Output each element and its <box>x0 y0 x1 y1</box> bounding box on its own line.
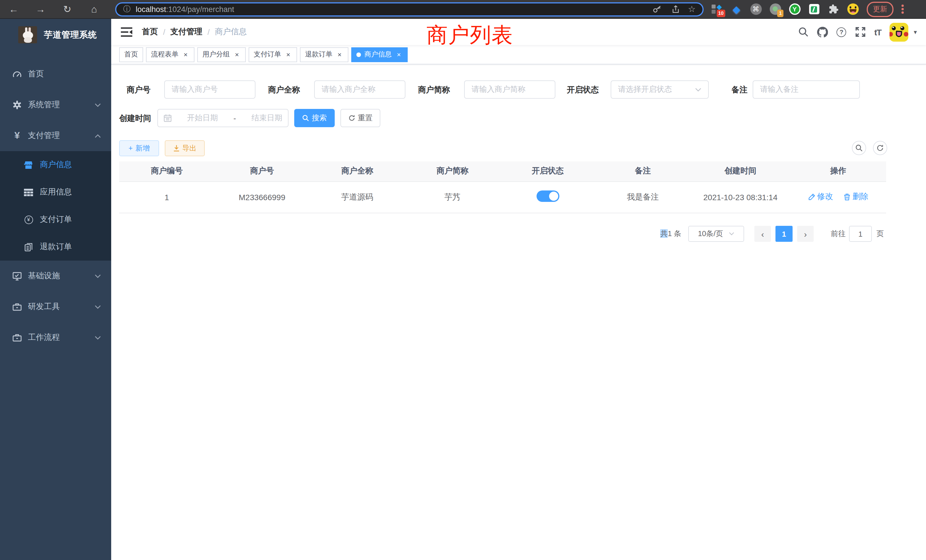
sidebar-item-label: 支付订单 <box>40 215 72 225</box>
breadcrumb: 首页 / 支付管理 / 商户信息 <box>142 27 247 37</box>
delete-link[interactable]: 删除 <box>843 192 869 202</box>
merchant-table: 商户编号 商户号 商户全称 商户简称 开启状态 备注 创建时间 操作 1 M23… <box>119 161 886 213</box>
url-text[interactable]: localhost:1024/pay/merchant <box>136 5 234 14</box>
next-page-button[interactable]: › <box>797 226 814 242</box>
page-unit-label: 页 <box>876 226 884 242</box>
remark-input[interactable]: 请输入备注 <box>753 80 860 98</box>
app-logo[interactable]: 芋道管理系统 <box>0 19 111 49</box>
full-name-input[interactable]: 请输入商户全称 <box>314 80 406 98</box>
tab-refund-order[interactable]: 退款订单 × <box>300 47 348 62</box>
extensions-puzzle-icon[interactable] <box>828 3 839 15</box>
page-size-select[interactable]: 10条/页 <box>688 226 744 242</box>
table-header-row: 商户编号 商户号 商户全称 商户简称 开启状态 备注 创建时间 操作 <box>119 161 886 182</box>
placeholder: 请输入商户全称 <box>322 85 375 95</box>
forward-icon[interactable]: → <box>35 4 46 14</box>
yen-icon: ¥ <box>12 131 22 140</box>
breadcrumb-home[interactable]: 首页 <box>142 27 158 37</box>
cell-merchant-no: M233666999 <box>214 182 310 213</box>
chevron-up-icon <box>95 134 101 138</box>
sidebar-item-pay-order[interactable]: ¥ 支付订单 <box>0 206 111 233</box>
sidebar-item-merchant-info[interactable]: 商户信息 <box>0 151 111 179</box>
bookmark-star-icon[interactable]: ☆ <box>688 4 696 14</box>
user-avatar[interactable] <box>890 23 909 41</box>
close-icon[interactable]: × <box>233 50 241 59</box>
address-bar[interactable]: ⓘ localhost:1024/pay/merchant ☆ <box>115 2 704 16</box>
search-button[interactable]: 搜索 <box>294 109 335 127</box>
tab-home[interactable]: 首页 <box>119 47 143 62</box>
tab-pay-order[interactable]: 支付订单 × <box>249 47 297 62</box>
status-toggle[interactable] <box>536 191 559 202</box>
sidebar-item-pay[interactable]: ¥ 支付管理 <box>0 120 111 151</box>
add-button[interactable]: + 新增 <box>119 140 159 156</box>
cell-short-name: 芋艿 <box>405 182 500 213</box>
share-icon[interactable] <box>671 4 680 14</box>
sidebar-item-label: 应用信息 <box>40 187 72 197</box>
back-icon[interactable]: ← <box>8 4 20 14</box>
browser-update-button[interactable]: 更新 <box>867 2 894 17</box>
help-icon[interactable]: ? <box>837 27 846 37</box>
create-time-label: 创建时间 <box>119 109 151 127</box>
tab-merchant-info[interactable]: 商户信息 × <box>351 47 408 62</box>
fullscreen-icon[interactable] <box>855 27 866 37</box>
sidebar-item-app-info[interactable]: 应用信息 <box>0 179 111 206</box>
toggle-search-button[interactable] <box>852 141 866 155</box>
home-icon[interactable]: ⌂ <box>88 4 100 14</box>
extension-profile-icon[interactable]: 1 <box>769 3 781 15</box>
short-name-input[interactable]: 请输入商户简称 <box>464 80 555 98</box>
col-status: 开启状态 <box>500 161 595 182</box>
tab-label: 商户信息 <box>365 50 392 59</box>
extension-command-icon[interactable]: ⌘ <box>750 3 762 15</box>
status-select[interactable]: 请选择开启状态 <box>611 80 709 98</box>
browser-menu-icon[interactable] <box>899 4 906 15</box>
sidebar-item-devtools[interactable]: 研发工具 <box>0 291 111 322</box>
sidebar-item-home[interactable]: 首页 <box>0 59 111 89</box>
merchant-no-input[interactable]: 请输入商户号 <box>164 80 256 98</box>
refresh-table-button[interactable] <box>873 141 887 155</box>
profile-badge: 1 <box>778 10 784 17</box>
tab-user-group[interactable]: 用户分组 × <box>197 47 246 62</box>
extension-gem-icon[interactable]: ◆ <box>731 3 742 15</box>
tab-label: 支付订单 <box>254 50 281 59</box>
tab-flow-form[interactable]: 流程表单 × <box>146 47 194 62</box>
github-icon[interactable] <box>817 27 828 37</box>
password-key-icon[interactable] <box>652 4 662 14</box>
extension-badge: 10 <box>716 10 725 17</box>
sidebar-item-infra[interactable]: 基础设施 <box>0 260 111 291</box>
goto-page-input[interactable] <box>849 226 872 242</box>
extension-blocks-icon[interactable]: ◆ 10 <box>711 3 723 15</box>
col-actions: 操作 <box>790 161 886 182</box>
end-date-placeholder: 结束日期 <box>251 113 282 123</box>
edit-icon <box>808 193 816 201</box>
hamburger-icon[interactable] <box>121 27 132 37</box>
reset-button[interactable]: 重置 <box>340 109 380 127</box>
col-merchant-id: 商户编号 <box>119 161 214 182</box>
site-info-icon[interactable]: ⓘ <box>123 4 130 14</box>
extension-green-icon[interactable] <box>808 3 820 15</box>
close-icon[interactable]: × <box>336 50 343 59</box>
pagination-total: 共1 条 <box>660 226 681 242</box>
create-time-range-picker[interactable]: 开始日期 - 结束日期 <box>157 109 289 127</box>
current-page-button[interactable]: 1 <box>775 226 793 242</box>
sidebar-item-refund-order[interactable]: 退款订单 <box>0 233 111 260</box>
close-icon[interactable]: × <box>395 50 402 59</box>
sidebar-item-system[interactable]: 系统管理 <box>0 89 111 120</box>
close-icon[interactable]: × <box>182 50 189 59</box>
chevron-down-icon <box>729 232 734 236</box>
active-dot <box>356 52 361 57</box>
export-button[interactable]: 导出 <box>165 140 205 156</box>
edit-label: 修改 <box>817 192 833 202</box>
sidebar-item-label: 系统管理 <box>28 100 60 110</box>
chevron-down-icon <box>95 336 101 340</box>
prev-page-button[interactable]: ‹ <box>754 226 771 242</box>
reload-icon[interactable]: ↻ <box>62 4 73 14</box>
extension-y-icon[interactable]: Y <box>788 3 800 15</box>
sidebar-item-workflow[interactable]: 工作流程 <box>0 322 111 353</box>
edit-link[interactable]: 修改 <box>808 192 833 202</box>
profile-avatar-emoji[interactable] <box>847 3 859 15</box>
breadcrumb-pay[interactable]: 支付管理 <box>171 27 203 37</box>
breadcrumb-separator: / <box>207 27 210 36</box>
font-size-icon[interactable]: tT <box>875 27 881 37</box>
close-icon[interactable]: × <box>284 50 292 59</box>
caret-down-icon[interactable]: ▾ <box>914 28 917 36</box>
search-icon[interactable] <box>798 27 809 37</box>
